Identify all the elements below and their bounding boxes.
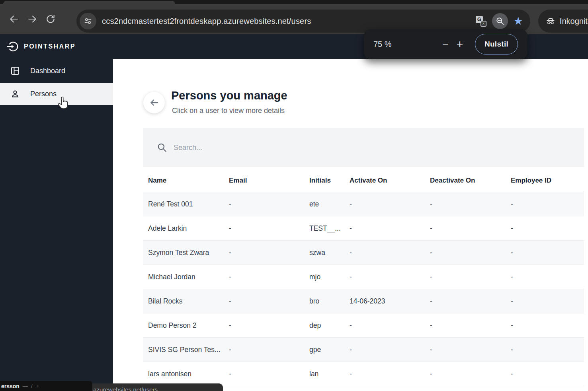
zoom-level: 75 % [373, 40, 392, 49]
sidebar: Dashboard Persons [0, 59, 113, 391]
page-back-button[interactable] [143, 92, 165, 113]
minimize-icon[interactable]: — [23, 383, 28, 389]
cell-deactivate-on: - [425, 297, 506, 305]
column-header-email: Email [224, 177, 305, 185]
person-icon [10, 89, 20, 99]
screen: ccs2ndcmastertest2frontdeskapp.azurewebs… [0, 0, 588, 391]
cell-initials: szwa [305, 249, 345, 257]
zoom-popup: 75 % − + Nulstil [364, 29, 527, 59]
cell-deactivate-on: - [425, 273, 506, 281]
zoom-decrease-button[interactable]: − [438, 37, 453, 51]
url-text[interactable]: ccs2ndcmastertest2frontdeskapp.azurewebs… [102, 17, 476, 26]
cell-employee-id: - [506, 249, 584, 257]
table-row[interactable]: lars antonisen - lan - - - [143, 362, 584, 386]
table-row[interactable]: René Test 001 - ete - - - [143, 192, 584, 216]
zoom-reset-button[interactable]: Nulstil [475, 34, 518, 54]
zoom-out-icon[interactable] [492, 13, 508, 29]
sidebar-item-label: Dashboard [30, 67, 65, 75]
cell-deactivate-on: - [425, 224, 506, 233]
table-row[interactable]: Demo Person 2 - dep - - - [143, 313, 584, 338]
cell-name: Szymon Test Zwara [143, 249, 224, 257]
incognito-label: Inkognito [560, 17, 588, 26]
cell-name: SIVIS SG Person Tes... [143, 346, 224, 354]
zoom-increase-button[interactable]: + [453, 37, 467, 51]
cell-employee-id: - [506, 321, 584, 330]
cell-deactivate-on: - [425, 200, 506, 208]
cell-employee-id: - [506, 200, 584, 208]
search-input[interactable] [174, 144, 532, 152]
cell-initials: lan [305, 370, 345, 378]
incognito-icon [546, 16, 555, 26]
cell-name: Demo Person 2 [143, 321, 224, 330]
cell-email: - [224, 346, 305, 354]
page-subtitle: Click on a user to view more details [172, 107, 285, 115]
sidebar-item-dashboard[interactable]: Dashboard [0, 60, 113, 82]
table-row[interactable]: Bilal Rocks - bro 14-06-2023 - - [143, 289, 584, 313]
active-tab[interactable] [3, 1, 175, 4]
back-nav-icon[interactable] [5, 10, 23, 28]
cell-initials: ete [305, 200, 345, 208]
table-row[interactable]: SIVIS SG Person Tes... - gpe - - - [143, 338, 584, 362]
table-body: René Test 001 - ete - - - Adele Larkin -… [143, 192, 584, 386]
cell-email: - [224, 370, 305, 378]
cell-employee-id: - [506, 297, 584, 305]
cell-employee-id: - [506, 370, 584, 378]
cell-activate-on: - [345, 321, 425, 330]
main-content: Persons you manage Click on a user to vi… [113, 59, 588, 391]
translate-icon[interactable]: G x [476, 16, 486, 27]
sidebar-item-persons[interactable]: Persons [0, 83, 113, 105]
column-header-deactivate-on: Deactivate On [425, 177, 506, 185]
cell-deactivate-on: - [425, 321, 506, 330]
search-icon [157, 142, 167, 153]
table-row[interactable]: Michael Jordan - mjo - - - [143, 265, 584, 289]
sidebar-item-label: Persons [30, 90, 57, 98]
expand-icon[interactable]: + [36, 383, 39, 389]
cell-activate-on: - [345, 249, 425, 257]
cell-activate-on: - [345, 273, 425, 281]
cell-name: René Test 001 [143, 200, 224, 208]
column-header-employee-id: Employee ID [506, 177, 584, 185]
cell-name: Michael Jordan [143, 273, 224, 281]
column-header-initials: Initials [305, 177, 345, 185]
persons-table: Name Email Initials Activate On Deactiva… [143, 169, 584, 386]
cell-initials: dep [305, 321, 345, 330]
cell-email: - [224, 249, 305, 257]
cell-email: - [224, 321, 305, 330]
cell-email: - [224, 200, 305, 208]
cell-activate-on: 14-06-2023 [345, 297, 425, 305]
cell-name: Bilal Rocks [143, 297, 224, 305]
cell-email: - [224, 297, 305, 305]
column-header-activate-on: Activate On [345, 177, 425, 185]
cell-name: lars antonisen [143, 370, 224, 378]
forward-nav-icon[interactable] [23, 10, 41, 28]
bookmark-star-icon[interactable]: ★ [514, 16, 523, 27]
cell-deactivate-on: - [425, 370, 506, 378]
cell-activate-on: - [345, 346, 425, 354]
table-header: Name Email Initials Activate On Deactiva… [143, 169, 584, 192]
cell-employee-id: - [506, 224, 584, 233]
cell-activate-on: - [345, 200, 425, 208]
site-settings-icon[interactable] [80, 13, 96, 29]
cell-deactivate-on: - [425, 249, 506, 257]
divider-glyph: / [31, 383, 33, 389]
incognito-badge: Inkognito [538, 10, 588, 33]
table-row[interactable]: Adele Larkin - TEST__... - - - [143, 216, 584, 241]
cell-initials: mjo [305, 273, 345, 281]
presenter-name: ersson [1, 383, 20, 389]
search-box[interactable] [143, 128, 584, 167]
presenter-overlay: ersson — / + [0, 381, 92, 391]
mouse-cursor-hand [57, 97, 69, 112]
cell-email: - [224, 273, 305, 281]
column-header-name: Name [143, 177, 224, 185]
cell-initials: TEST__... [305, 224, 345, 233]
table-row[interactable]: Szymon Test Zwara - szwa - - - [143, 241, 584, 265]
cell-deactivate-on: - [425, 346, 506, 354]
brand-name: POINTSHARP [24, 43, 76, 50]
page-title: Persons you manage [171, 89, 287, 102]
reload-icon[interactable] [41, 10, 60, 28]
brand: POINTSHARP [7, 41, 76, 53]
cell-employee-id: - [506, 346, 584, 354]
cell-employee-id: - [506, 273, 584, 281]
cell-initials: bro [305, 297, 345, 305]
tab-strip [0, 0, 588, 4]
